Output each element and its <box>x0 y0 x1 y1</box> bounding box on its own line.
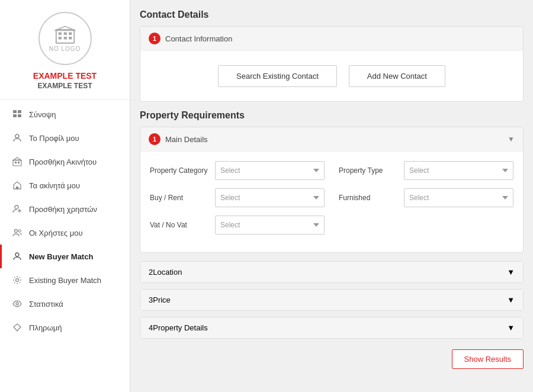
sidebar-item-add-users[interactable]: Προσθήκη χρηστών <box>0 197 130 221</box>
property-details-chevron-icon: ▼ <box>507 323 515 332</box>
logo-circle: NO LOGO <box>38 12 92 65</box>
property-details-header-left: 4 Property Details <box>149 323 208 332</box>
vat-no-vat-label: Vat / No Vat <box>150 221 209 229</box>
form-row-3: Vat / No Vat Select <box>150 216 513 234</box>
sidebar-item-synopsis[interactable]: Σύνοψη <box>0 102 130 126</box>
furnished-select[interactable]: Select <box>404 188 513 207</box>
property-details-header[interactable]: 4 Property Details ▼ <box>140 317 523 338</box>
svg-rect-14 <box>15 162 17 163</box>
add-new-contact-button[interactable]: Add New Contact <box>349 65 445 87</box>
contact-info-header: 1 Contact Information <box>140 27 523 51</box>
price-label: Price <box>153 295 171 304</box>
sidebar-item-payment[interactable]: Πληρωμή <box>0 316 130 339</box>
settings-icon <box>11 274 23 286</box>
location-chevron-icon: ▼ <box>507 268 515 277</box>
price-header-left: 3 Price <box>149 295 171 304</box>
company-name-primary: EXAMPLE TEST <box>33 71 97 81</box>
property-category-field: Property Category Select <box>150 161 325 180</box>
property-category-label: Property Category <box>150 166 209 175</box>
property-requirements-card: 1 Main Details ▼ Property Category Selec… <box>140 127 524 253</box>
svg-rect-0 <box>56 29 73 43</box>
svg-point-18 <box>15 205 18 209</box>
contact-buttons-container: Search Existing Contact Add New Contact <box>140 51 523 101</box>
svg-marker-26 <box>14 324 21 331</box>
sidebar-label-my-profile: Το Προφίλ μου <box>29 134 79 143</box>
sidebar-label-payment: Πληρωμή <box>29 323 62 332</box>
property-type-field: Property Type Select <box>339 161 513 180</box>
sidebar-label-statistics: Στατιστικά <box>29 300 63 309</box>
svg-rect-2 <box>63 32 66 35</box>
location-step-badge: 2 <box>149 268 153 277</box>
sidebar-item-my-properties[interactable]: Τα ακίνητά μου <box>0 173 130 197</box>
sidebar-item-my-users[interactable]: Οι Χρήστες μου <box>0 221 130 245</box>
furnished-label: Furnished <box>339 194 398 202</box>
property-category-select[interactable]: Select <box>215 161 325 180</box>
main-details-form-body: Property Category Select Property Type S… <box>140 152 523 252</box>
results-row: Show Results <box>140 345 524 371</box>
eye-icon <box>11 298 23 310</box>
sidebar-item-existing-buyer-match[interactable]: Existing Buyer Match <box>0 268 130 292</box>
price-header[interactable]: 3 Price ▼ <box>140 290 523 310</box>
sidebar-label-existing-buyer-match: Existing Buyer Match <box>29 276 101 285</box>
svg-rect-11 <box>18 114 21 117</box>
contact-info-step-badge: 1 <box>149 33 160 44</box>
contact-details-title: Contact Details <box>140 9 524 20</box>
furnished-field: Furnished Select <box>339 188 513 207</box>
svg-rect-6 <box>69 37 72 40</box>
contact-info-header-left: 1 Contact Information <box>149 33 232 44</box>
main-details-chevron-icon: ▼ <box>508 135 515 143</box>
building-logo-icon <box>54 25 76 44</box>
main-details-header-left: 1 Main Details <box>149 133 208 145</box>
main-details-label: Main Details <box>165 135 208 144</box>
person-icon <box>11 250 23 262</box>
buy-rent-select[interactable]: Select <box>215 188 325 207</box>
main-details-header[interactable]: 1 Main Details ▼ <box>140 127 523 152</box>
svg-point-23 <box>15 253 19 256</box>
sidebar-divider <box>0 99 130 100</box>
house-icon <box>11 179 23 191</box>
location-card: 2 Location ▼ <box>140 261 524 283</box>
buy-rent-label: Buy / Rent <box>150 194 209 202</box>
sidebar-label-add-property: Προσθήκη Ακινήτου <box>29 158 97 166</box>
svg-rect-10 <box>13 114 17 117</box>
user-plus-icon <box>11 203 23 215</box>
property-details-step-badge: 4 <box>149 323 153 332</box>
location-label: Location <box>153 268 182 277</box>
sidebar-label-my-users: Οι Χρήστες μου <box>29 229 83 237</box>
show-results-button[interactable]: Show Results <box>452 349 524 369</box>
sidebar-item-new-buyer-match[interactable]: New Buyer Match <box>0 245 130 268</box>
sidebar-item-statistics[interactable]: Στατιστικά <box>0 292 130 316</box>
svg-rect-4 <box>58 37 61 40</box>
property-type-select[interactable]: Select <box>404 161 513 180</box>
main-details-step-badge: 1 <box>149 133 160 145</box>
price-chevron-icon: ▼ <box>507 295 515 304</box>
sidebar-item-my-profile[interactable]: Το Προφίλ μου <box>0 126 130 150</box>
building-icon <box>11 156 23 168</box>
sidebar-item-add-property[interactable]: Προσθήκη Ακινήτου <box>0 150 130 173</box>
contact-info-label: Contact Information <box>165 34 232 43</box>
no-logo-label: NO LOGO <box>49 46 81 52</box>
search-existing-contact-button[interactable]: Search Existing Contact <box>218 65 337 87</box>
svg-rect-1 <box>58 32 61 35</box>
svg-point-24 <box>16 279 19 282</box>
buy-rent-field: Buy / Rent Select <box>150 188 325 207</box>
svg-point-21 <box>15 230 18 233</box>
company-name-secondary: EXAMPLE TEST <box>37 82 92 90</box>
location-header[interactable]: 2 Location ▼ <box>140 262 523 282</box>
grid-icon <box>11 108 23 120</box>
diamond-icon <box>11 322 23 333</box>
svg-rect-15 <box>18 162 20 163</box>
svg-rect-5 <box>63 37 66 40</box>
svg-rect-9 <box>18 110 21 113</box>
svg-rect-17 <box>16 187 18 189</box>
svg-rect-8 <box>13 110 17 113</box>
user-icon <box>11 132 23 144</box>
price-step-badge: 3 <box>149 295 153 304</box>
sidebar-label-my-properties: Τα ακίνητά μου <box>29 181 80 190</box>
sidebar-label-add-users: Προσθήκη χρηστών <box>29 205 97 214</box>
vat-no-vat-select[interactable]: Select <box>215 216 325 234</box>
svg-point-22 <box>18 230 21 232</box>
svg-point-12 <box>15 134 19 138</box>
sidebar-label-synopsis: Σύνοψη <box>29 110 56 119</box>
users-icon <box>11 227 23 239</box>
